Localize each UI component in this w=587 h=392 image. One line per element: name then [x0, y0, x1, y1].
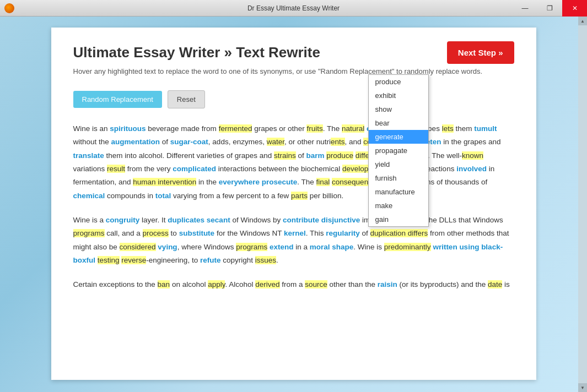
scrollbar-right[interactable]: ▲ ▼	[578, 17, 587, 392]
word-kernel[interactable]: kernel	[284, 229, 306, 237]
essay-text: Wine is an spirituous beverage made from…	[73, 122, 514, 291]
word-issues[interactable]: issues	[255, 256, 276, 264]
reset-button[interactable]: Reset	[168, 90, 205, 108]
word-testing[interactable]: testing	[98, 256, 120, 264]
word-ban[interactable]: ban	[158, 280, 170, 288]
word-vying[interactable]: vying	[158, 243, 177, 251]
title-bar-controls: — ❐ ✕	[513, 0, 587, 17]
dropdown-list: produce exhibit show bear generate propa…	[368, 74, 429, 227]
word-everywhere-prosecute[interactable]: everywhere prosecute	[219, 178, 298, 186]
word-spirituous[interactable]: spirituous	[110, 124, 146, 133]
word-sugarcoat[interactable]: sugar-coat	[170, 138, 208, 146]
word-complicated[interactable]: complicated	[173, 165, 216, 173]
word-water[interactable]: water	[267, 138, 284, 146]
random-replacement-button[interactable]: Random Replacement	[73, 91, 162, 108]
scroll-up-arrow[interactable]: ▲	[578, 17, 587, 25]
word-apply[interactable]: apply	[208, 280, 225, 288]
dropdown-item-gain[interactable]: gain	[369, 213, 428, 226]
dropdown-item-yield[interactable]: yield	[369, 157, 428, 171]
word-barm[interactable]: barm	[306, 151, 325, 160]
dropdown-item-manufacture[interactable]: manufacture	[369, 185, 428, 199]
essay-paragraph-1: Wine is an spirituous beverage made from…	[73, 122, 514, 203]
word-reverse[interactable]: reverse	[121, 256, 146, 264]
dropdown-item-bear[interactable]: bear	[369, 116, 428, 130]
word-refute[interactable]: refute	[200, 256, 221, 264]
word-predominantly[interactable]: predominantly	[384, 243, 431, 251]
window-body: ▲ ▼ Next Step » Ultimate Essay Writer » …	[0, 17, 587, 392]
word-fruits[interactable]: fruits	[306, 124, 322, 133]
word-raisin[interactable]: raisin	[378, 280, 397, 288]
essay-paragraph-3: Certain exceptions to the ban on alcohol…	[73, 278, 514, 291]
word-programs2[interactable]: programs	[236, 243, 267, 251]
word-regularity[interactable]: regularity	[326, 229, 360, 237]
word-result[interactable]: result	[107, 165, 125, 173]
word-total[interactable]: total	[155, 192, 171, 200]
word-human-intervention[interactable]: human intervention	[133, 178, 196, 186]
dropdown-item-make[interactable]: make	[369, 199, 428, 213]
dropdown-item-show[interactable]: show	[369, 102, 428, 116]
dropdown-item-generate[interactable]: generate	[369, 130, 428, 144]
word-extend[interactable]: extend	[270, 243, 294, 251]
title-bar: Dr Essay Ultimate Essay Writer — ❐ ✕	[0, 0, 587, 17]
word-augmentation[interactable]: augmentation	[111, 138, 160, 146]
next-step-button[interactable]: Next Step »	[447, 41, 514, 64]
scroll-down-arrow[interactable]: ▼	[578, 383, 587, 392]
word-chemical[interactable]: chemical	[73, 192, 105, 200]
word-programs[interactable]: programs	[73, 229, 105, 237]
essay-paragraph-2: Wine is a congruity layer. It duplicates…	[73, 214, 514, 267]
word-date[interactable]: date	[488, 280, 502, 288]
dropdown-item-propagate[interactable]: propagate	[369, 144, 428, 157]
content-panel: Next Step » Ultimate Essay Writer » Text…	[51, 28, 536, 380]
word-known[interactable]: known	[462, 151, 483, 160]
word-duplicates-secant[interactable]: duplicates secant	[168, 216, 230, 224]
word-parts[interactable]: parts	[291, 192, 308, 200]
dropdown-item-exhibit[interactable]: exhibit	[369, 89, 428, 102]
dropdown-item-furnish[interactable]: furnish	[369, 171, 428, 185]
word-substitute[interactable]: substitute	[179, 229, 215, 237]
word-natural[interactable]: natural	[342, 124, 364, 133]
word-final[interactable]: final	[316, 178, 330, 186]
page-description: Hover any highlighted text to replace th…	[73, 67, 514, 77]
word-duplication-differs[interactable]: duplication differs	[370, 229, 428, 237]
app-icon	[4, 3, 14, 13]
word-strains[interactable]: strains	[274, 151, 296, 160]
synonym-dropdown[interactable]: produce exhibit show bear generate propa…	[368, 74, 429, 227]
word-process[interactable]: process	[143, 229, 169, 237]
word-involved[interactable]: involved	[456, 165, 487, 173]
word-derived[interactable]: derived	[255, 280, 279, 288]
word-lets[interactable]: lets	[442, 124, 454, 133]
word-tumult[interactable]: tumult	[474, 124, 497, 133]
title-bar-text: Dr Essay Ultimate Essay Writer	[247, 4, 340, 12]
word-contribute-disjunctive[interactable]: contribute disjunctive	[283, 216, 360, 224]
word-moral-shape[interactable]: moral shape	[310, 243, 354, 251]
word-source[interactable]: source	[305, 280, 327, 288]
minimize-button[interactable]: —	[513, 0, 537, 17]
word-considered[interactable]: considered	[120, 243, 156, 251]
word-congruity[interactable]: congruity	[106, 216, 140, 224]
restore-button[interactable]: ❐	[537, 0, 562, 17]
word-translate[interactable]: translate	[73, 151, 104, 160]
toolbar: Random Replacement Reset	[73, 90, 514, 108]
word-produce[interactable]: produce	[326, 151, 353, 160]
close-button[interactable]: ✕	[562, 0, 587, 17]
word-fermented[interactable]: fermented	[219, 124, 252, 133]
dropdown-item-produce[interactable]: produce	[369, 75, 428, 89]
